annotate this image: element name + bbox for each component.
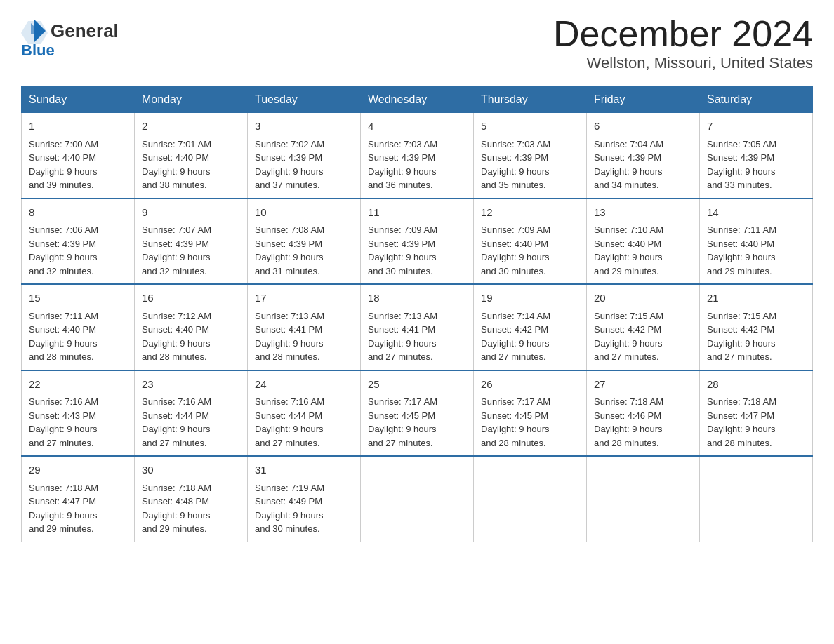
col-header-thursday: Thursday bbox=[474, 87, 587, 112]
day-info: Sunrise: 7:10 AMSunset: 4:40 PMDaylight:… bbox=[594, 224, 663, 276]
calendar-cell: 5Sunrise: 7:03 AMSunset: 4:39 PMDaylight… bbox=[474, 112, 587, 199]
day-number: 2 bbox=[142, 119, 240, 135]
calendar-cell: 20Sunrise: 7:15 AMSunset: 4:42 PMDayligh… bbox=[587, 284, 700, 370]
calendar-cell: 22Sunrise: 7:16 AMSunset: 4:43 PMDayligh… bbox=[22, 370, 135, 457]
calendar-cell: 3Sunrise: 7:02 AMSunset: 4:39 PMDaylight… bbox=[248, 112, 361, 199]
col-header-tuesday: Tuesday bbox=[248, 87, 361, 112]
title-area: December 2024 Wellston, Missouri, United… bbox=[553, 14, 813, 72]
day-number: 10 bbox=[255, 205, 353, 221]
calendar-cell: 24Sunrise: 7:16 AMSunset: 4:44 PMDayligh… bbox=[248, 370, 361, 457]
day-info: Sunrise: 7:09 AMSunset: 4:39 PMDaylight:… bbox=[368, 224, 437, 276]
location-subtitle: Wellston, Missouri, United States bbox=[553, 54, 813, 72]
calendar-cell: 14Sunrise: 7:11 AMSunset: 4:40 PMDayligh… bbox=[700, 199, 813, 285]
day-info: Sunrise: 7:17 AMSunset: 4:45 PMDaylight:… bbox=[481, 396, 550, 448]
calendar-cell: 19Sunrise: 7:14 AMSunset: 4:42 PMDayligh… bbox=[474, 284, 587, 370]
day-number: 28 bbox=[707, 377, 805, 393]
calendar-cell: 29Sunrise: 7:18 AMSunset: 4:47 PMDayligh… bbox=[22, 456, 135, 542]
day-number: 14 bbox=[707, 205, 805, 221]
day-info: Sunrise: 7:06 AMSunset: 4:39 PMDaylight:… bbox=[29, 224, 98, 276]
day-number: 11 bbox=[368, 205, 466, 221]
day-number: 26 bbox=[481, 377, 579, 393]
calendar-cell: 15Sunrise: 7:11 AMSunset: 4:40 PMDayligh… bbox=[22, 284, 135, 370]
week-row-4: 22Sunrise: 7:16 AMSunset: 4:43 PMDayligh… bbox=[22, 370, 813, 457]
week-row-1: 1Sunrise: 7:00 AMSunset: 4:40 PMDaylight… bbox=[22, 112, 813, 199]
calendar-cell: 13Sunrise: 7:10 AMSunset: 4:40 PMDayligh… bbox=[587, 199, 700, 285]
day-number: 1 bbox=[29, 119, 127, 135]
day-info: Sunrise: 7:07 AMSunset: 4:39 PMDaylight:… bbox=[142, 224, 211, 276]
col-header-wednesday: Wednesday bbox=[361, 87, 474, 112]
day-number: 25 bbox=[368, 377, 466, 393]
day-info: Sunrise: 7:01 AMSunset: 4:40 PMDaylight:… bbox=[142, 139, 211, 191]
calendar-cell: 6Sunrise: 7:04 AMSunset: 4:39 PMDaylight… bbox=[587, 112, 700, 199]
day-info: Sunrise: 7:09 AMSunset: 4:40 PMDaylight:… bbox=[481, 224, 550, 276]
col-header-saturday: Saturday bbox=[700, 87, 813, 112]
calendar-cell: 2Sunrise: 7:01 AMSunset: 4:40 PMDaylight… bbox=[135, 112, 248, 199]
day-info: Sunrise: 7:13 AMSunset: 4:41 PMDaylight:… bbox=[368, 311, 437, 363]
day-info: Sunrise: 7:19 AMSunset: 4:49 PMDaylight:… bbox=[255, 483, 324, 535]
calendar-cell: 28Sunrise: 7:18 AMSunset: 4:47 PMDayligh… bbox=[700, 370, 813, 457]
day-info: Sunrise: 7:13 AMSunset: 4:41 PMDaylight:… bbox=[255, 311, 324, 363]
day-number: 13 bbox=[594, 205, 692, 221]
calendar-cell: 10Sunrise: 7:08 AMSunset: 4:39 PMDayligh… bbox=[248, 199, 361, 285]
week-row-5: 29Sunrise: 7:18 AMSunset: 4:47 PMDayligh… bbox=[22, 456, 813, 542]
day-info: Sunrise: 7:03 AMSunset: 4:39 PMDaylight:… bbox=[368, 139, 437, 191]
logo-general-text: General bbox=[51, 20, 119, 42]
day-number: 9 bbox=[142, 205, 240, 221]
header-row: SundayMondayTuesdayWednesdayThursdayFrid… bbox=[22, 87, 813, 112]
day-number: 3 bbox=[255, 119, 353, 135]
day-info: Sunrise: 7:16 AMSunset: 4:44 PMDaylight:… bbox=[255, 396, 324, 448]
month-title: December 2024 bbox=[553, 14, 813, 54]
calendar-cell bbox=[700, 456, 813, 542]
calendar-table: SundayMondayTuesdayWednesdayThursdayFrid… bbox=[21, 86, 813, 542]
day-info: Sunrise: 7:12 AMSunset: 4:40 PMDaylight:… bbox=[142, 311, 211, 363]
calendar-cell: 17Sunrise: 7:13 AMSunset: 4:41 PMDayligh… bbox=[248, 284, 361, 370]
day-info: Sunrise: 7:18 AMSunset: 4:47 PMDaylight:… bbox=[707, 396, 776, 448]
day-number: 5 bbox=[481, 119, 579, 135]
page-header: General Blue December 2024 Wellston, Mis… bbox=[21, 14, 813, 72]
logo-blue-text: Blue bbox=[21, 41, 55, 60]
day-info: Sunrise: 7:16 AMSunset: 4:44 PMDaylight:… bbox=[142, 396, 211, 448]
week-row-3: 15Sunrise: 7:11 AMSunset: 4:40 PMDayligh… bbox=[22, 284, 813, 370]
day-number: 29 bbox=[29, 462, 127, 478]
day-info: Sunrise: 7:08 AMSunset: 4:39 PMDaylight:… bbox=[255, 224, 324, 276]
day-number: 7 bbox=[707, 119, 805, 135]
day-number: 12 bbox=[481, 205, 579, 221]
day-number: 4 bbox=[368, 119, 466, 135]
day-info: Sunrise: 7:11 AMSunset: 4:40 PMDaylight:… bbox=[29, 311, 98, 363]
day-number: 17 bbox=[255, 290, 353, 307]
calendar-cell: 7Sunrise: 7:05 AMSunset: 4:39 PMDaylight… bbox=[700, 112, 813, 199]
day-number: 31 bbox=[255, 462, 353, 478]
logo: General Blue bbox=[21, 14, 119, 60]
day-info: Sunrise: 7:17 AMSunset: 4:45 PMDaylight:… bbox=[368, 396, 437, 448]
day-info: Sunrise: 7:02 AMSunset: 4:39 PMDaylight:… bbox=[255, 139, 324, 191]
calendar-cell: 11Sunrise: 7:09 AMSunset: 4:39 PMDayligh… bbox=[361, 199, 474, 285]
calendar-cell: 26Sunrise: 7:17 AMSunset: 4:45 PMDayligh… bbox=[474, 370, 587, 457]
day-number: 15 bbox=[29, 290, 127, 307]
calendar-cell: 23Sunrise: 7:16 AMSunset: 4:44 PMDayligh… bbox=[135, 370, 248, 457]
calendar-cell bbox=[587, 456, 700, 542]
calendar-cell bbox=[474, 456, 587, 542]
col-header-friday: Friday bbox=[587, 87, 700, 112]
day-info: Sunrise: 7:14 AMSunset: 4:42 PMDaylight:… bbox=[481, 311, 550, 363]
week-row-2: 8Sunrise: 7:06 AMSunset: 4:39 PMDaylight… bbox=[22, 199, 813, 285]
day-number: 8 bbox=[29, 205, 127, 221]
day-info: Sunrise: 7:18 AMSunset: 4:47 PMDaylight:… bbox=[29, 483, 98, 535]
logo-icon bbox=[21, 18, 48, 44]
day-number: 24 bbox=[255, 377, 353, 393]
day-number: 30 bbox=[142, 462, 240, 478]
col-header-sunday: Sunday bbox=[22, 87, 135, 112]
day-info: Sunrise: 7:16 AMSunset: 4:43 PMDaylight:… bbox=[29, 396, 98, 448]
calendar-cell: 4Sunrise: 7:03 AMSunset: 4:39 PMDaylight… bbox=[361, 112, 474, 199]
day-info: Sunrise: 7:15 AMSunset: 4:42 PMDaylight:… bbox=[707, 311, 776, 363]
calendar-cell: 18Sunrise: 7:13 AMSunset: 4:41 PMDayligh… bbox=[361, 284, 474, 370]
day-info: Sunrise: 7:11 AMSunset: 4:40 PMDaylight:… bbox=[707, 224, 776, 276]
calendar-cell: 31Sunrise: 7:19 AMSunset: 4:49 PMDayligh… bbox=[248, 456, 361, 542]
day-info: Sunrise: 7:15 AMSunset: 4:42 PMDaylight:… bbox=[594, 311, 663, 363]
calendar-cell: 16Sunrise: 7:12 AMSunset: 4:40 PMDayligh… bbox=[135, 284, 248, 370]
calendar-cell: 27Sunrise: 7:18 AMSunset: 4:46 PMDayligh… bbox=[587, 370, 700, 457]
day-number: 27 bbox=[594, 377, 692, 393]
calendar-cell: 30Sunrise: 7:18 AMSunset: 4:48 PMDayligh… bbox=[135, 456, 248, 542]
calendar-cell: 12Sunrise: 7:09 AMSunset: 4:40 PMDayligh… bbox=[474, 199, 587, 285]
day-info: Sunrise: 7:18 AMSunset: 4:46 PMDaylight:… bbox=[594, 396, 663, 448]
col-header-monday: Monday bbox=[135, 87, 248, 112]
